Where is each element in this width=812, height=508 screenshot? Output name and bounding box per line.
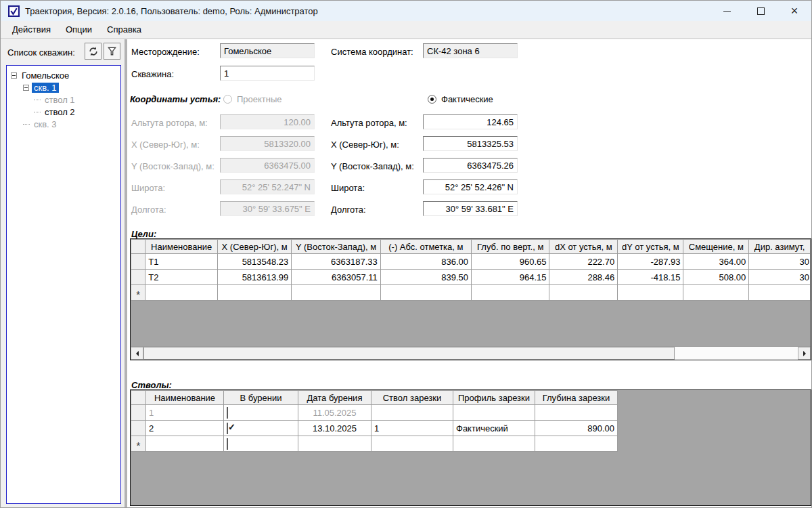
cell-name[interactable]: Т1 [145,254,218,270]
cell-dx[interactable]: 288.46 [549,270,618,285]
cell-tvd[interactable]: 964.15 [471,270,549,285]
cell-offset[interactable]: 508.00 [683,270,749,285]
cell-azimuth[interactable]: 30 [749,270,811,285]
cell-dx[interactable]: 222.70 [549,254,618,270]
cell-dy[interactable]: -287.93 [618,254,683,270]
menu-actions[interactable]: Действия [5,22,58,37]
bores-col-date[interactable]: Дата бурения [298,391,371,405]
cell-x[interactable]: 5813548.23 [217,254,291,270]
cell-bore-name[interactable]: 1 [146,405,224,421]
actual-lat-input[interactable]: 52° 25' 52.426" N [423,179,518,194]
cell-empty[interactable] [145,285,218,301]
menu-help[interactable]: Справка [99,22,149,37]
cell-abs[interactable]: 836.00 [380,254,471,270]
cell-offset[interactable]: 364.00 [683,254,749,270]
cell-empty[interactable] [380,285,471,301]
cell-empty[interactable] [549,285,618,301]
new-row-header[interactable]: * [131,436,146,452]
targets-col-name[interactable]: Наименование [145,240,218,254]
cell-empty[interactable] [453,436,535,452]
tree-node-bore2[interactable]: ствол 2 [8,106,119,118]
field-name-input[interactable]: Гомельское [220,43,315,58]
targets-col-abs[interactable]: (-) Абс. отметка, м [380,240,471,254]
targets-col-dy[interactable]: dY от устья, м [618,240,683,254]
actual-y-input[interactable]: 6363475.26 [423,158,518,173]
cell-kick-profile[interactable] [453,405,535,421]
actual-radio-label[interactable]: Фактические [441,94,493,104]
row-header[interactable] [131,421,146,436]
tree-node-field[interactable]: Гомельское [8,69,119,81]
cell-x[interactable]: 5813613.99 [217,270,291,285]
tree-node-bore2-label[interactable]: ствол 2 [43,107,77,117]
design-lat-input[interactable]: 52° 25' 52.247" N [220,179,315,194]
bores-col-name[interactable]: Наименование [146,391,224,405]
tree-node-bore1[interactable]: ствол 1 [8,93,119,106]
design-radio-label[interactable]: Проектные [237,94,282,104]
cell-y[interactable]: 6363057.11 [292,270,380,285]
targets-col-tvd[interactable]: Глуб. по верт., м [471,240,549,254]
targets-horizontal-scrollbar[interactable] [131,346,811,360]
targets-col-y[interactable]: Y (Восток-Запад), м [292,240,380,254]
cell-empty[interactable] [535,436,618,452]
cell-empty[interactable] [683,285,749,301]
targets-col-x[interactable]: X (Север-Юг), м [217,240,291,254]
scroll-left-button[interactable] [131,347,143,360]
cell-bore-name[interactable]: 2 [146,421,224,436]
cell-empty[interactable] [217,285,291,301]
targets-col-offset[interactable]: Смещение, м [683,240,749,254]
cell-tvd[interactable]: 960.65 [471,254,549,270]
cell-drilling[interactable] [224,405,298,421]
tree-node-well3-label[interactable]: скв. 3 [32,119,59,129]
actual-lon-input[interactable]: 30° 59' 33.681" E [423,201,518,216]
cell-empty[interactable] [749,285,811,301]
cell-kick-bore[interactable] [371,405,453,421]
filter-button[interactable] [104,43,120,60]
cell-drilling[interactable] [224,421,298,436]
cell-y[interactable]: 6363187.33 [292,254,380,270]
maximize-button[interactable] [744,1,777,21]
drilling-checkbox[interactable] [227,438,228,450]
row-header[interactable] [131,405,146,421]
scroll-right-button[interactable] [798,347,811,360]
cell-empty[interactable] [298,436,371,452]
design-y-input[interactable]: 6363475.00 [220,158,315,173]
menu-options[interactable]: Опции [58,22,99,37]
bores-col-drilling[interactable]: В бурении [224,391,298,405]
tree-node-bore1-label[interactable]: ствол 1 [43,95,77,105]
actual-x-input[interactable]: 5813325.53 [423,136,518,151]
cell-empty[interactable] [146,436,224,452]
scrollbar-track[interactable] [675,347,798,360]
cell-kick-bore[interactable]: 1 [371,421,453,436]
cell-name[interactable]: Т2 [145,270,218,285]
bores-col-kick-profile[interactable]: Профиль зарезки [453,391,535,405]
cell-empty[interactable] [371,436,453,452]
design-lon-input[interactable]: 30° 59' 33.675" E [220,201,315,216]
cell-kick-depth[interactable] [535,405,618,421]
collapse-icon[interactable] [11,72,17,79]
row-header[interactable] [131,254,145,270]
cell-dy[interactable]: -418.15 [618,270,683,285]
drilling-checkbox[interactable] [227,423,228,434]
actual-altitude-input[interactable]: 124.65 [423,114,518,129]
bores-col-kick-depth[interactable]: Глубина зарезки [535,391,618,405]
cell-azimuth[interactable]: 30 [749,254,811,270]
design-radio[interactable] [223,95,232,104]
cell-abs[interactable]: 839.50 [380,270,471,285]
bores-corner-header[interactable] [131,391,146,405]
minimize-button[interactable] [710,1,744,21]
refresh-button[interactable] [85,43,102,60]
bores-col-kick-bore[interactable]: Ствол зарезки [371,391,453,405]
cell-empty[interactable] [292,285,380,301]
cell-drilling[interactable] [224,436,298,452]
cell-empty[interactable] [618,285,683,301]
tree-node-well3[interactable]: скв. 3 [8,118,119,130]
design-x-input[interactable]: 5813320.00 [220,136,315,151]
well-input[interactable]: 1 [220,66,315,81]
close-button[interactable]: × [777,1,811,21]
collapse-icon[interactable] [23,85,29,91]
drilling-checkbox[interactable] [227,407,228,419]
tree-node-well1-label[interactable]: скв. 1 [32,83,59,93]
crs-input[interactable]: СК-42 зона 6 [423,43,518,58]
cell-kick-profile[interactable]: Фактический [453,421,535,436]
cell-date[interactable]: 11.05.2025 [298,405,371,421]
